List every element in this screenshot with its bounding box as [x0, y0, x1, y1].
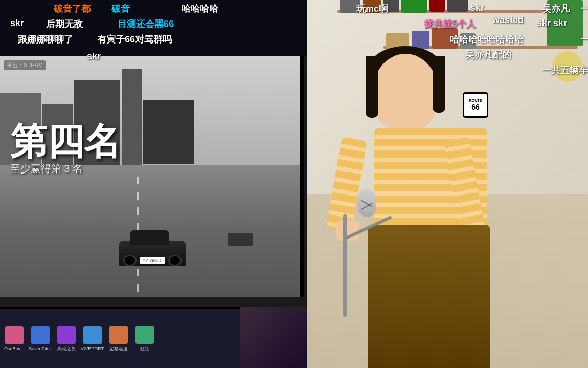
rank-subtitle: 至少赢得第 3 名	[10, 162, 121, 176]
microphone	[314, 138, 376, 317]
taskbar-item[interactable]: 定格动漫	[107, 324, 130, 353]
taskbar-icon	[5, 326, 24, 344]
taskbar-icon	[135, 326, 154, 344]
taskbar-icon	[83, 326, 102, 344]
rank-overlay: 第四名 至少赢得第 3 名	[10, 123, 121, 176]
taskbar-label: 社社	[140, 345, 149, 352]
taskbar-icon	[31, 326, 50, 344]
taskbar-item[interactable]: 社社	[133, 324, 156, 353]
taskbar-label: OsuBoy...	[4, 346, 24, 351]
platform-label: 平台：STEAM	[4, 60, 46, 70]
game-screen: THE CREW 2 第四名 至少赢得第 3 名 平台：STEAM	[0, 56, 304, 297]
taskbar-icon	[109, 326, 128, 344]
taskbar-label: 定格动漫	[109, 345, 128, 352]
rank-number: 第四名	[10, 123, 121, 160]
taskbar-label: SavedFiles	[29, 346, 52, 351]
bottom-video-strip	[240, 307, 307, 368]
taskbar-label: 黑暗之夜	[57, 345, 76, 352]
taskbar-item[interactable]: 黑暗之夜	[55, 324, 78, 353]
taskbar-icon	[57, 326, 76, 344]
taskbar-label: VIVEPORT	[81, 346, 104, 351]
webcam-area: ROUTE 66	[307, 0, 588, 368]
taskbar-item[interactable]: VIVEPORT	[81, 324, 104, 353]
taskbar-item[interactable]: SavedFiles	[29, 324, 52, 353]
taskbar-item[interactable]: OsuBoy...	[3, 324, 26, 353]
